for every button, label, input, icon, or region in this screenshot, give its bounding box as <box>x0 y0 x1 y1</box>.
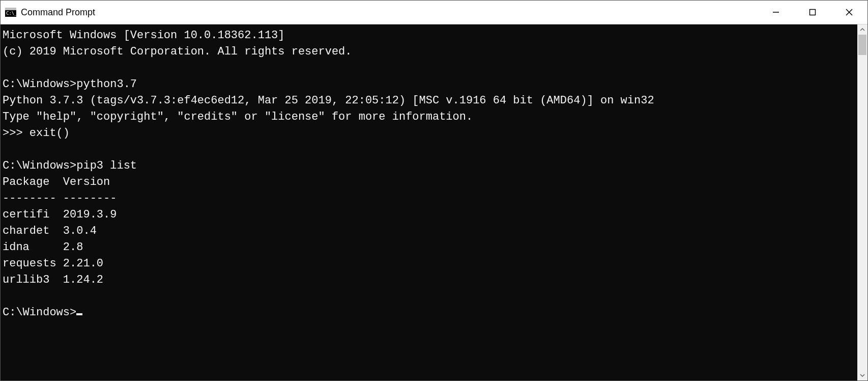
titlebar[interactable]: C:\_ Command Prompt <box>1 1 867 24</box>
scrollbar-track[interactable] <box>857 35 867 370</box>
window-title: Command Prompt <box>21 7 95 18</box>
maximize-button[interactable] <box>794 1 831 24</box>
command-prompt-window: C:\_ Command Prompt Microsoft Windows [V… <box>0 0 868 381</box>
scroll-down-arrow-icon[interactable] <box>857 370 867 380</box>
svg-text:C:\_: C:\_ <box>6 11 16 16</box>
vertical-scrollbar[interactable] <box>857 24 867 380</box>
titlebar-left: C:\_ Command Prompt <box>1 6 95 18</box>
cmd-icon: C:\_ <box>5 6 17 18</box>
client-area: Microsoft Windows [Version 10.0.18362.11… <box>1 24 867 380</box>
terminal-output[interactable]: Microsoft Windows [Version 10.0.18362.11… <box>1 24 857 380</box>
close-button[interactable] <box>831 1 867 24</box>
svg-rect-1 <box>5 8 16 10</box>
cursor <box>76 313 82 315</box>
scroll-up-arrow-icon[interactable] <box>857 24 867 35</box>
minimize-button[interactable] <box>758 1 794 24</box>
scrollbar-thumb[interactable] <box>858 35 866 55</box>
window-controls <box>758 1 867 24</box>
svg-rect-4 <box>810 10 816 15</box>
